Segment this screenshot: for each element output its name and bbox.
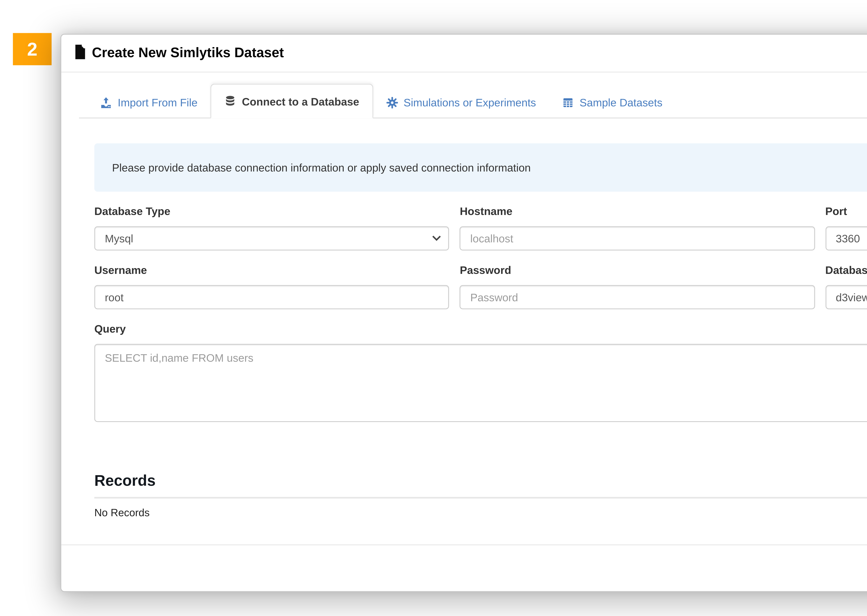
tab-label: Import From File — [118, 97, 197, 109]
records-divider — [94, 497, 867, 498]
database-icon — [224, 95, 236, 108]
tab-label: Simulations or Experiments — [404, 97, 536, 109]
port-input[interactable] — [825, 226, 867, 250]
database-type-select[interactable]: Mysql — [94, 226, 449, 250]
password-input[interactable] — [460, 285, 815, 309]
username-input[interactable] — [94, 285, 449, 309]
password-label: Password — [460, 264, 815, 276]
database-name-input[interactable] — [825, 285, 867, 309]
tab-simulations-or-experiments[interactable]: Simulations or Experiments — [373, 86, 549, 118]
info-alert: Please provide database connection infor… — [94, 143, 867, 192]
table-icon — [562, 97, 574, 109]
query-textarea[interactable] — [94, 344, 867, 422]
modal-header: Create New Simlytiks Dataset — [61, 35, 867, 72]
username-label: Username — [94, 264, 449, 276]
tab-import-from-file[interactable]: Import From File — [87, 86, 210, 118]
port-label: Port — [825, 206, 867, 218]
records-heading: Records — [94, 472, 867, 490]
database-type-label: Database Type — [94, 206, 449, 218]
upload-icon — [100, 97, 112, 109]
tab-bar: Import From File Connect to a Database — [79, 84, 867, 118]
tab-label: Connect to a Database — [242, 96, 359, 108]
modal-body: Import From File Connect to a Database — [61, 72, 867, 544]
file-icon — [74, 44, 86, 62]
tab-label: Sample Datasets — [580, 97, 662, 109]
records-section: Records No Records — [94, 472, 867, 519]
database-name-label: Database Name — [825, 264, 867, 276]
tab-connect-to-database[interactable]: Connect to a Database — [211, 84, 373, 118]
records-empty-message: No Records — [94, 506, 867, 519]
hostname-label: Hostname — [460, 206, 815, 218]
query-label: Query — [94, 323, 867, 335]
connect-database-panel: Please provide database connection infor… — [79, 118, 867, 519]
gear-icon — [386, 97, 398, 109]
tab-sample-datasets[interactable]: Sample Datasets — [549, 86, 675, 118]
page: 2 Create New Simlytiks Dataset — [0, 0, 867, 616]
create-dataset-modal: Create New Simlytiks Dataset — [60, 34, 867, 592]
modal-footer: Cancel View — [61, 544, 867, 591]
step-badge: 2 — [13, 33, 52, 65]
hostname-input[interactable] — [460, 226, 815, 250]
modal-title: Create New Simlytiks Dataset — [92, 45, 284, 61]
